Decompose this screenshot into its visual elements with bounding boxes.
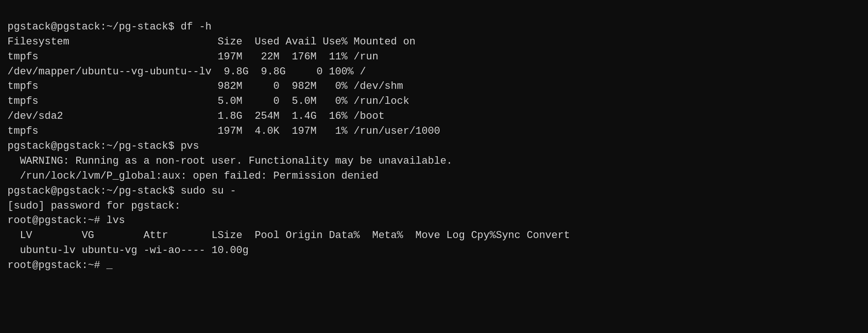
- terminal-line-line7: /dev/sda2 1.8G 254M 1.4G 16% /boot: [7, 109, 861, 124]
- terminal-line-line2: Filesystem Size Used Avail Use% Mounted …: [7, 35, 861, 50]
- terminal-line-line1: pgstack@pgstack:~/pg-stack$ df -h: [7, 20, 861, 35]
- terminal-line-line11: /run/lock/lvm/P_global:aux: open failed:…: [7, 169, 861, 184]
- terminal-window: pgstack@pgstack:~/pg-stack$ df -hFilesys…: [0, 0, 868, 333]
- terminal-line-line10: WARNING: Running as a non-root user. Fun…: [7, 154, 861, 169]
- terminal-line-line15: LV VG Attr LSize Pool Origin Data% Meta%…: [7, 228, 861, 243]
- terminal-line-line9: pgstack@pgstack:~/pg-stack$ pvs: [7, 139, 861, 154]
- terminal-line-line13: [sudo] password for pgstack:: [7, 199, 861, 214]
- terminal-line-line16: ubuntu-lv ubuntu-vg -wi-ao---- 10.00g: [7, 243, 861, 258]
- terminal-line-line17: root@pgstack:~# _: [7, 258, 861, 273]
- terminal-line-line4: /dev/mapper/ubuntu--vg-ubuntu--lv 9.8G 9…: [7, 65, 861, 80]
- terminal-line-line8: tmpfs 197M 4.0K 197M 1% /run/user/1000: [7, 124, 861, 139]
- terminal-line-line6: tmpfs 5.0M 0 5.0M 0% /run/lock: [7, 94, 861, 109]
- terminal-line-line14: root@pgstack:~# lvs: [7, 213, 861, 228]
- terminal-line-line5: tmpfs 982M 0 982M 0% /dev/shm: [7, 79, 861, 94]
- terminal-line-line3: tmpfs 197M 22M 176M 11% /run: [7, 50, 861, 65]
- terminal-line-line12: pgstack@pgstack:~/pg-stack$ sudo su -: [7, 184, 861, 199]
